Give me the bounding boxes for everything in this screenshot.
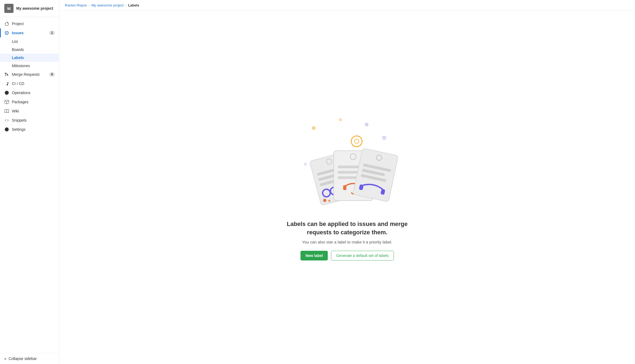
milestones-label: Milestones [12, 64, 30, 68]
svg-rect-25 [343, 185, 346, 190]
sidebar-item-cicd[interactable]: CI / CD [0, 79, 59, 88]
boards-label: Boards [12, 47, 24, 52]
breadcrumb-org[interactable]: Ravlen-Repos [65, 3, 87, 7]
breadcrumb-sep-2: › [125, 3, 126, 7]
collapse-sidebar-label: Collapse sidebar [9, 356, 37, 361]
ops-icon [4, 90, 9, 95]
house-icon [4, 21, 9, 26]
sidebar-item-milestones[interactable]: Milestones [0, 62, 59, 70]
sidebar-item-issues[interactable]: Issues 1 [0, 28, 59, 37]
sidebar-item-merge-requests-label: Merge Requests [12, 72, 40, 77]
sidebar-item-boards[interactable]: Boards [0, 46, 59, 54]
sidebar-item-wiki-label: Wiki [12, 109, 19, 113]
empty-state-heading: Labels can be applied to issues and merg… [277, 220, 417, 237]
collapse-sidebar-button[interactable]: « Collapse sidebar [4, 356, 55, 361]
sidebar-item-operations-label: Operations [12, 91, 30, 95]
breadcrumb-current: Labels [128, 3, 139, 7]
sidebar-item-packages-label: Packages [12, 100, 28, 104]
issues-subnav: List Boards Labels Milestones [0, 37, 59, 70]
generate-labels-button[interactable]: Generate a default set of labels [331, 251, 394, 260]
svg-line-17 [330, 192, 331, 192]
list-label: List [12, 39, 18, 44]
issues-icon [4, 30, 9, 35]
svg-point-34 [351, 136, 362, 147]
svg-point-1 [6, 32, 7, 33]
labels-illustration [293, 114, 401, 211]
labels-label: Labels [12, 56, 24, 60]
sidebar-item-snippets-label: Snippets [12, 118, 26, 122]
sidebar-nav: Project Issues 1 List Boards Labels Mile… [0, 17, 59, 353]
empty-state-subtext: You can also star a label to make it a p… [277, 240, 417, 244]
breadcrumb-sep-1: › [89, 3, 90, 7]
sidebar-item-settings[interactable]: Settings [0, 125, 59, 134]
project-name: My awesome project [16, 6, 53, 11]
chevron-left-icon: « [4, 356, 6, 361]
svg-point-35 [354, 139, 359, 143]
breadcrumb: Ravlen-Repos › My awesome project › Labe… [59, 0, 635, 11]
sidebar-bottom: « Collapse sidebar [0, 353, 59, 364]
book-icon [4, 109, 9, 114]
sidebar-item-packages[interactable]: Packages [0, 97, 59, 107]
sidebar-item-merge-requests[interactable]: Merge Requests 0 [0, 70, 59, 79]
sidebar-item-project[interactable]: Project [0, 19, 59, 28]
sidebar-header: M My awesome project [0, 0, 59, 17]
labels-empty-state: Labels can be applied to issues and merg… [59, 11, 635, 364]
sidebar-item-cicd-label: CI / CD [12, 81, 24, 86]
issues-badge: 1 [49, 31, 55, 35]
snippet-icon [4, 118, 9, 123]
gear-icon [4, 127, 9, 132]
sidebar: M My awesome project Project Issues 1 Li… [0, 0, 59, 364]
sidebar-item-wiki[interactable]: Wiki [0, 107, 59, 116]
sidebar-item-labels[interactable]: Labels [0, 54, 59, 62]
breadcrumb-project[interactable]: My awesome project [92, 3, 124, 7]
avatar: M [4, 4, 13, 13]
merge-icon [4, 72, 9, 77]
rocket-icon [4, 81, 9, 86]
sidebar-item-operations[interactable]: Operations [0, 88, 59, 97]
sidebar-item-list[interactable]: List [0, 37, 59, 46]
sidebar-item-settings-label: Settings [12, 127, 26, 132]
box-icon [4, 99, 9, 104]
sidebar-item-project-label: Project [12, 22, 24, 26]
empty-state-text: Labels can be applied to issues and merg… [277, 220, 417, 261]
button-group: New label Generate a default set of labe… [277, 251, 417, 260]
sidebar-item-issues-label: Issues [12, 31, 24, 35]
svg-rect-4 [382, 136, 386, 140]
merge-requests-badge: 0 [49, 72, 55, 77]
svg-point-3 [365, 123, 369, 126]
svg-rect-6 [339, 118, 342, 121]
main-content: Ravlen-Repos › My awesome project › Labe… [59, 0, 635, 364]
sidebar-item-snippets[interactable]: Snippets [0, 116, 59, 125]
svg-rect-2 [312, 126, 315, 130]
new-label-button[interactable]: New label [300, 251, 328, 260]
svg-rect-5 [304, 163, 307, 166]
